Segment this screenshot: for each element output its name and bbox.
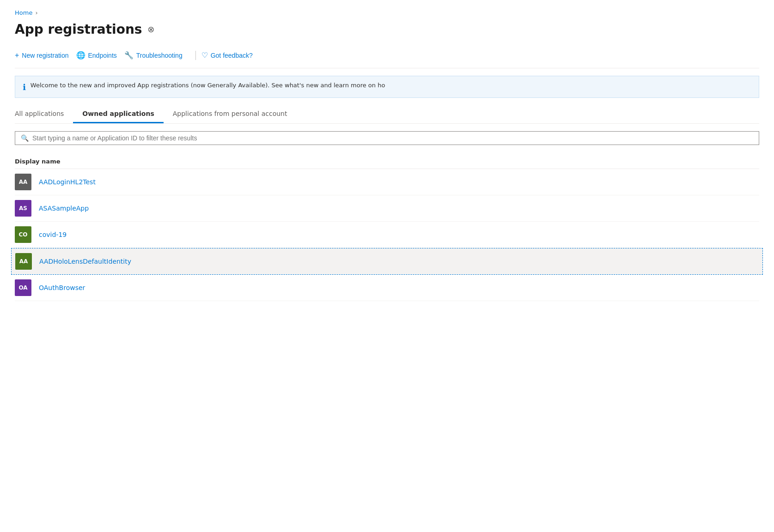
- app-avatar: CO: [15, 226, 31, 243]
- app-name: ASASampleApp: [39, 205, 89, 212]
- toolbar-divider: [195, 51, 196, 60]
- endpoints-button[interactable]: 🌐 Endpoints: [76, 48, 124, 62]
- table-row[interactable]: CO covid-19: [15, 222, 759, 248]
- banner-text: Welcome to the new and improved App regi…: [30, 82, 385, 89]
- table-row[interactable]: AS ASASampleApp: [15, 195, 759, 222]
- search-input[interactable]: [32, 134, 753, 142]
- toolbar: + New registration 🌐 Endpoints 🔧 Trouble…: [15, 48, 759, 68]
- app-avatar: AS: [15, 200, 31, 217]
- app-name: OAuthBrowser: [39, 284, 85, 291]
- breadcrumb: Home ›: [15, 9, 759, 16]
- app-avatar: AA: [15, 174, 31, 190]
- app-avatar: AA: [15, 253, 32, 270]
- breadcrumb-home[interactable]: Home: [15, 9, 32, 16]
- app-avatar: OA: [15, 279, 31, 296]
- tab-personal-account[interactable]: Applications from personal account: [164, 105, 297, 123]
- page-title: App registrations: [15, 22, 142, 37]
- table-row[interactable]: AA AADLoginHL2Test: [15, 169, 759, 195]
- search-row: 🔍: [15, 131, 759, 145]
- info-icon: ℹ: [23, 82, 26, 92]
- tab-all-applications[interactable]: All applications: [15, 105, 73, 123]
- page-title-row: App registrations ⊕: [15, 22, 759, 37]
- main-page: Home › App registrations ⊕ + New registr…: [0, 0, 774, 310]
- globe-icon: 🌐: [76, 51, 85, 60]
- table-row[interactable]: OA OAuthBrowser: [15, 275, 759, 301]
- app-rows-container: AA AADLoginHL2Test AS ASASampleApp CO co…: [15, 169, 759, 301]
- table-row[interactable]: AA AADHoloLensDefaultIdentity: [11, 248, 763, 275]
- info-banner: ℹ Welcome to the new and improved App re…: [15, 76, 759, 98]
- pin-icon[interactable]: ⊕: [145, 24, 157, 36]
- app-name: AADLoginHL2Test: [39, 178, 96, 186]
- search-box: 🔍: [15, 131, 759, 145]
- breadcrumb-chevron: ›: [35, 9, 37, 16]
- app-name: covid-19: [39, 231, 67, 238]
- heart-icon: ♡: [201, 51, 208, 60]
- troubleshooting-button[interactable]: 🔧 Troubleshooting: [124, 48, 190, 62]
- tab-owned-applications[interactable]: Owned applications: [73, 105, 163, 123]
- plus-icon: +: [15, 51, 19, 60]
- column-header-display-name: Display name: [15, 154, 759, 169]
- wrench-icon: 🔧: [124, 51, 134, 60]
- app-name: AADHoloLensDefaultIdentity: [39, 258, 131, 265]
- new-registration-button[interactable]: + New registration: [15, 48, 76, 62]
- tabs-row: All applications Owned applications Appl…: [15, 105, 759, 124]
- app-table: Display name AA AADLoginHL2Test AS ASASa…: [15, 154, 759, 301]
- search-icon: 🔍: [21, 134, 29, 142]
- feedback-button[interactable]: ♡ Got feedback?: [201, 48, 260, 62]
